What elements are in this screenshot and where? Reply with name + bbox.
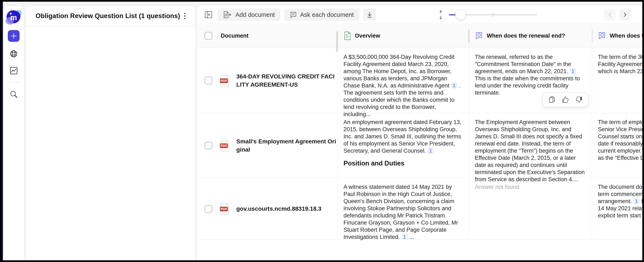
download-icon <box>366 11 373 18</box>
sidebar: m <box>3 6 24 260</box>
question-bubble-icon <box>474 31 483 40</box>
document-name: 364-DAY REVOLVING CREDIT FACILITY AGREEM… <box>236 72 338 89</box>
slider-thumb[interactable] <box>455 9 466 20</box>
logo-letter: m <box>6 9 22 25</box>
pdf-file-icon: PDF <box>220 75 230 86</box>
table-header: Document Overview <box>197 23 642 48</box>
ask-each-document-label: Ask each document <box>300 11 354 18</box>
document-name: gov.uscourts.ncmd.88319.18.3 <box>236 205 338 213</box>
chevron-left-icon <box>608 12 612 17</box>
toolbar: Add document Ask each document <box>197 6 642 23</box>
add-document-label: Add document <box>236 11 275 18</box>
row-height-icon[interactable] <box>438 9 444 21</box>
document-plus-icon <box>223 11 232 18</box>
sidebar-item-analytics[interactable] <box>9 66 18 76</box>
add-document-button[interactable]: Add document <box>217 9 280 21</box>
row-select-cell <box>197 48 212 113</box>
app-window: m <box>0 0 644 262</box>
answer-cell-renewal[interactable]: Answer not found <box>469 178 592 240</box>
header-question-renewal[interactable]: When does the renewal end? <box>469 24 592 48</box>
document-cell[interactable]: PDF Small's Employment Agreement Origina… <box>212 113 338 178</box>
overview-doc-icon <box>344 31 352 40</box>
select-all-checkbox[interactable] <box>205 32 212 39</box>
document-cell[interactable]: PDF gov.uscourts.ncmd.88319.18.3 <box>212 178 338 240</box>
answer-cell-clipped[interactable]: The term of emplo Senior Vice Presid Cou… <box>592 113 642 178</box>
sidebar-item-search[interactable] <box>9 89 18 99</box>
chart-icon <box>9 66 18 75</box>
column-width-slider[interactable] <box>449 9 537 21</box>
prev-page-button[interactable] <box>604 9 616 21</box>
row-select-cell <box>197 113 212 178</box>
chat-icon <box>290 11 297 18</box>
pdf-badge: PDF <box>220 143 228 148</box>
row-checkbox[interactable] <box>205 77 212 84</box>
sidebar-divider <box>7 82 20 82</box>
overview-cell[interactable]: A $3,500,000,000 364-Day Revolving Credi… <box>338 48 469 113</box>
document-name: Small's Employment Agreement Original <box>236 137 338 154</box>
table-row[interactable]: PDF 364-DAY REVOLVING CREDIT FACILITY AG… <box>197 48 642 113</box>
main-panel: Add document Ask each document <box>197 6 642 260</box>
citation-chip[interactable]: 1 <box>633 198 640 204</box>
answer-cell-renewal[interactable]: The renewal, referred to as the "Commitm… <box>469 48 592 113</box>
thumbs-down-icon[interactable] <box>575 96 582 103</box>
header-select-cell <box>197 24 212 48</box>
pdf-file-icon: PDF <box>220 203 230 215</box>
answer-feedback-toolbar <box>542 92 588 107</box>
citation-chip[interactable]: 1 <box>570 68 576 74</box>
document-cell[interactable]: PDF 364-DAY REVOLVING CREDIT FACILITY AG… <box>212 48 338 113</box>
collapse-panel-button[interactable] <box>202 9 214 21</box>
plus-icon <box>10 32 17 39</box>
citation-chip[interactable]: 1 <box>427 147 434 154</box>
row-select-cell <box>197 178 212 240</box>
table-empty-area <box>197 240 642 260</box>
question-list-menu-button[interactable] <box>182 11 187 21</box>
app-background: m <box>2 2 642 260</box>
overview-cell[interactable]: An employment agreement dated February 1… <box>338 113 469 178</box>
globe-icon <box>9 49 18 58</box>
question-list-header: Obligation Review Question List (1 quest… <box>26 6 195 26</box>
question-list-panel: Obligation Review Question List (1 quest… <box>26 6 196 260</box>
search-icon <box>9 90 18 99</box>
table-row[interactable]: PDF Small's Employment Agreement Origina… <box>197 113 642 178</box>
pdf-badge: PDF <box>220 78 228 83</box>
row-checkbox[interactable] <box>205 205 212 213</box>
header-question-2[interactable]: When does th <box>592 24 642 48</box>
row-checkbox[interactable] <box>205 142 212 149</box>
download-button[interactable] <box>363 9 376 21</box>
question-bubble-icon <box>598 31 606 40</box>
copy-icon[interactable] <box>548 96 556 103</box>
column-resize-handle[interactable] <box>592 29 592 43</box>
toolbar-right <box>438 9 637 21</box>
pdf-file-icon: PDF <box>220 140 230 151</box>
citation-chip[interactable]: 1 <box>401 234 408 240</box>
header-overview[interactable]: Overview <box>338 24 469 48</box>
page-title: Obligation Review Question List (1 quest… <box>36 12 182 20</box>
slider-midpoint-tick <box>493 13 494 17</box>
citation-chip[interactable]: 1 <box>451 82 458 89</box>
ask-each-document-button[interactable]: Ask each document <box>284 9 359 21</box>
column-resize-handle[interactable] <box>468 29 470 43</box>
pdf-badge: PDF <box>220 207 228 211</box>
chevron-right-icon <box>623 12 627 17</box>
sidebar-add-button[interactable] <box>8 30 20 42</box>
sidebar-item-browse[interactable] <box>9 49 18 59</box>
answer-cell-clipped[interactable]: The term of the 36 Facility Agreement wh… <box>592 48 642 113</box>
collapse-panel-icon <box>204 11 212 18</box>
pager <box>604 9 631 21</box>
answer-cell-renewal[interactable]: The Employment Agreement between Oversea… <box>469 113 592 178</box>
table-row[interactable]: PDF gov.uscourts.ncmd.88319.18.3 A witne… <box>197 178 642 240</box>
overview-cell[interactable]: A witness statement dated 14 May 2021 by… <box>338 178 469 240</box>
brand-logo[interactable]: m <box>6 9 22 25</box>
sparkle-icon <box>9 12 12 15</box>
overview-section-heading: Position and Duties <box>344 160 463 167</box>
next-page-button[interactable] <box>619 9 631 21</box>
answer-not-found: Answer not found <box>475 184 519 190</box>
kebab-icon <box>184 13 186 14</box>
header-document[interactable]: Document <box>212 24 338 48</box>
thumbs-up-icon[interactable] <box>562 96 569 103</box>
answer-cell-clipped[interactable]: The document doe term commenceme arrange… <box>592 178 642 240</box>
